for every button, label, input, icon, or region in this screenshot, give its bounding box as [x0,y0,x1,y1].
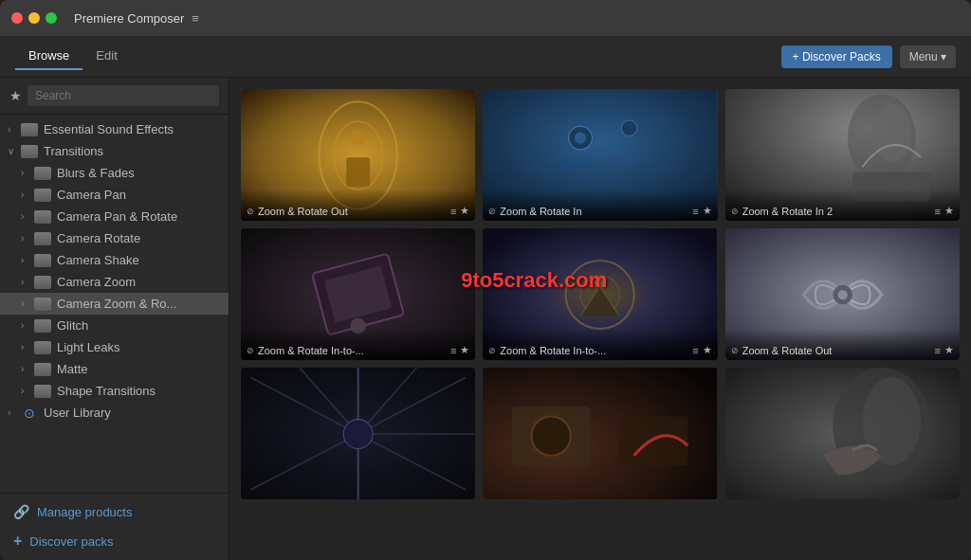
sidebar-item-matte[interactable]: › Matte [0,358,229,380]
chevron-down-icon: ∨ [8,146,21,156]
sidebar-item-shape-transitions[interactable]: › Shape Transitions [0,380,229,402]
title-bar: Premiere Composer ≡ [0,0,971,36]
sidebar-item-camera-rotate[interactable]: › Camera Rotate [0,227,229,249]
sidebar-tree: › Essential Sound Effects ∨ Transitions … [0,115,229,493]
minimize-button[interactable] [28,12,40,24]
search-input[interactable] [27,85,219,106]
sidebar-item-essential-sound[interactable]: › Essential Sound Effects [0,118,229,140]
item-label-text-5: Zoom & Rotate Out [742,345,931,356]
sidebar-item-transitions[interactable]: ∨ Transitions [0,140,229,162]
item-menu-button[interactable]: ≡ [692,345,698,356]
folder-icon [34,363,51,376]
sidebar: ★ › Essential Sound Effects ∨ Transition… [0,78,229,560]
item-label-text-2: Zoom & Rotate In 2 [742,206,931,217]
tab-browse[interactable]: Browse [15,43,82,70]
folder-icon [34,232,51,245]
grid-item-0[interactable]: ⊘ Zoom & Rotate Out ≡ ★ [241,89,475,221]
item-star-button[interactable]: ★ [703,205,712,217]
grid-item-8[interactable] [725,368,960,499]
maximize-button[interactable] [46,12,57,24]
item-star-button[interactable]: ★ [460,344,469,356]
close-button[interactable] [11,12,23,24]
title-menu-icon[interactable]: ≡ [192,11,199,26]
svg-point-39 [532,417,571,456]
item-star-button[interactable]: ★ [944,344,954,356]
transition-icon: ⊘ [488,346,496,355]
sidebar-item-glitch[interactable]: › Glitch [0,315,229,336]
sidebar-item-label: Camera Zoom & Ro... [57,297,176,311]
svg-point-7 [575,132,586,143]
sidebar-item-camera-pan[interactable]: › Camera Pan [0,184,229,206]
folder-icon [21,145,38,158]
sidebar-item-label: User Library [44,406,111,420]
sidebar-item-label: Transitions [44,144,103,158]
folder-icon [34,210,51,224]
chevron-right-icon: › [21,364,34,374]
main-content: ★ › Essential Sound Effects ∨ Transition… [0,78,971,560]
grid-item-5[interactable]: ⊘ Zoom & Rotate Out ≡ ★ [725,228,960,360]
grid-item-2[interactable]: ⊘ Zoom & Rotate In 2 ≡ ★ [725,89,960,221]
item-menu-button[interactable]: ≡ [935,206,941,217]
content-area: ⊘ Zoom & Rotate Out ≡ ★ [229,78,971,560]
item-menu-button[interactable]: ≡ [450,345,456,356]
grid-item-3[interactable]: ⊘ Zoom & Rotate In-to-... ≡ ★ [241,228,475,360]
tab-edit[interactable]: Edit [82,43,130,70]
svg-rect-40 [620,417,688,466]
svg-point-25 [837,290,847,299]
sidebar-item-label: Matte [57,362,88,376]
sidebar-item-blurs-fades[interactable]: › Blurs & Fades [0,162,229,184]
discover-packs-action[interactable]: + Discover packs [0,526,229,556]
nav-tabs: Browse Edit [15,43,131,70]
svg-point-36 [343,420,373,449]
folder-icon [34,276,51,289]
item-label-bar-4: ⊘ Zoom & Rotate In-to-... ≡ ★ [483,329,717,360]
discover-packs-label: Discover packs [29,534,113,549]
item-menu-button[interactable]: ≡ [692,206,698,217]
sidebar-item-camera-pan-rotate[interactable]: › Camera Pan & Rotate [0,206,229,227]
chevron-right-icon: › [8,407,21,418]
item-label-bar-3: ⊘ Zoom & Rotate In-to-... ≡ ★ [241,329,475,360]
discover-packs-header-button[interactable]: + Discover Packs [781,45,892,68]
sidebar-item-label: Light Leaks [57,340,120,354]
traffic-lights [11,12,57,24]
sidebar-item-label: Glitch [57,318,88,333]
folder-icon [34,298,51,311]
sidebar-item-camera-zoom[interactable]: › Camera Zoom [0,271,229,293]
sidebar-item-light-leaks[interactable]: › Light Leaks [0,336,229,358]
item-actions-2: ≡ ★ [935,205,954,217]
grid-item-4[interactable]: ⊘ Zoom & Rotate In-to-... ≡ ★ [483,228,717,360]
item-label-bar-2: ⊘ Zoom & Rotate In 2 ≡ ★ [725,190,960,221]
menu-button[interactable]: Menu ▾ [900,45,956,68]
item-label-bar-1: ⊘ Zoom & Rotate In ≡ ★ [483,190,717,221]
sidebar-item-label: Camera Pan [57,188,126,202]
chevron-right-icon: › [21,298,34,309]
sidebar-item-label: Blurs & Fades [57,166,135,180]
manage-products-action[interactable]: 🔗 Manage products [0,497,229,526]
chevron-right-icon: › [21,342,34,352]
transition-icon: ⊘ [247,207,254,216]
grid-item-6[interactable] [241,368,475,499]
sidebar-item-label: Shape Transitions [57,384,156,398]
grid-item-7[interactable] [483,368,717,499]
sidebar-item-camera-shake[interactable]: › Camera Shake [0,249,229,271]
sidebar-item-label: Camera Rotate [57,231,140,245]
svg-rect-4 [346,157,370,187]
chevron-right-icon: › [21,233,34,244]
star-filter-icon[interactable]: ★ [9,88,22,103]
transition-icon: ⊘ [488,207,496,216]
grid-item-1[interactable]: ⊘ Zoom & Rotate In ≡ ★ [483,89,717,221]
item-star-button[interactable]: ★ [944,205,954,217]
sidebar-item-label: Camera Shake [57,253,139,267]
app-window: Premiere Composer ≡ Browse Edit + Discov… [0,0,971,560]
item-menu-button[interactable]: ≡ [935,345,941,356]
item-star-button[interactable]: ★ [460,205,469,217]
item-label-text-0: Zoom & Rotate Out [258,206,447,217]
item-menu-button[interactable]: ≡ [450,206,456,217]
sidebar-item-user-library[interactable]: › ⊙ User Library [0,402,229,424]
item-actions-1: ≡ ★ [692,205,711,217]
sidebar-item-label: Camera Zoom [57,275,136,289]
item-star-button[interactable]: ★ [703,344,712,356]
sidebar-item-camera-zoom-rotate[interactable]: › Camera Zoom & Ro... [0,293,229,315]
transition-icon: ⊘ [247,346,254,355]
item-label-text-3: Zoom & Rotate In-to-... [258,345,447,356]
